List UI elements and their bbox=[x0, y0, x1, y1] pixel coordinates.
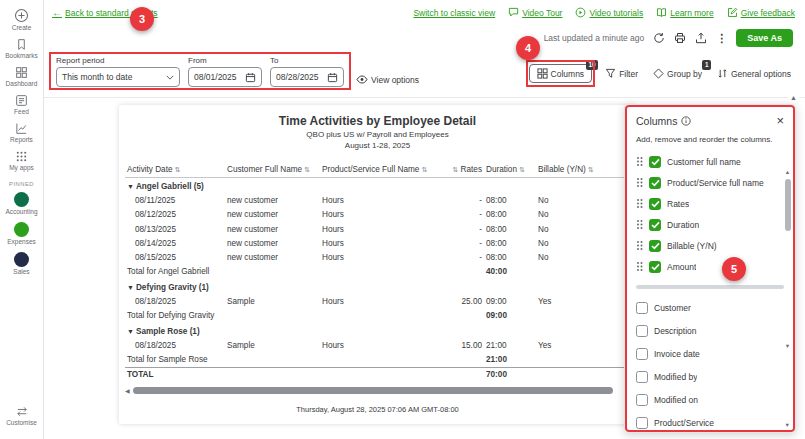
sidebar-item-accounting[interactable]: Accounting bbox=[5, 192, 37, 215]
sort-icon[interactable]: ⇅ bbox=[304, 166, 310, 173]
sidebar-item-my-apps[interactable]: My apps bbox=[5, 150, 38, 171]
feedback-icon bbox=[727, 7, 738, 18]
horizontal-scrollbar[interactable]: ◀ ▶ bbox=[125, 387, 630, 394]
from-date-input[interactable]: 08/01/2025 bbox=[188, 67, 262, 87]
column-header[interactable]: Product/Service Full Name ⇅ bbox=[320, 162, 440, 178]
group-by-button[interactable]: Group by 1 bbox=[651, 65, 704, 82]
export-icon[interactable] bbox=[695, 32, 707, 44]
sort-icon[interactable]: ⇅ bbox=[422, 166, 428, 173]
checkbox-unchecked[interactable] bbox=[636, 302, 648, 314]
scroll-down-icon[interactable]: ▼ bbox=[785, 422, 790, 428]
general-options-label: General options bbox=[731, 69, 791, 79]
collapse-chevron-icon[interactable]: ▼ bbox=[127, 284, 134, 291]
sidebar-item-expenses[interactable]: Expenses bbox=[5, 222, 37, 245]
sort-icon[interactable]: ⇅ bbox=[452, 166, 458, 173]
group-header-row[interactable]: ▼Sample Rose (1) bbox=[125, 323, 630, 339]
column-toggle-item[interactable]: Invoice date bbox=[636, 342, 784, 365]
calendar-icon[interactable] bbox=[245, 72, 256, 83]
table-row[interactable]: 08/13/2025new customerHours-08:00No bbox=[125, 222, 630, 236]
refresh-icon[interactable] bbox=[653, 32, 665, 44]
sidebar-item-create[interactable]: Create bbox=[5, 8, 38, 31]
columns-checked-list: Customer full nameProduct/Service full n… bbox=[636, 151, 784, 277]
filter-button[interactable]: Filter bbox=[603, 65, 640, 82]
collapse-header-chevron-icon[interactable]: ▲ bbox=[788, 94, 799, 101]
checkbox-unchecked[interactable] bbox=[636, 325, 648, 337]
checkbox-checked[interactable] bbox=[649, 261, 661, 273]
table-row[interactable]: 08/12/2025new customerHours-08:00No bbox=[125, 208, 630, 222]
column-toggle-item[interactable]: Billable (Y/N) bbox=[636, 235, 784, 256]
scroll-down-icon[interactable]: ▼ bbox=[785, 343, 790, 349]
columns-button[interactable]: Columns 10 bbox=[529, 64, 593, 83]
scroll-left-icon[interactable]: ◀ bbox=[125, 387, 130, 394]
checkbox-checked[interactable] bbox=[649, 240, 661, 252]
checkbox-unchecked[interactable] bbox=[636, 394, 648, 406]
collapse-chevron-icon[interactable]: ▼ bbox=[127, 328, 134, 335]
close-icon[interactable]: × bbox=[776, 114, 784, 127]
save-as-button[interactable]: Save As bbox=[736, 29, 793, 47]
columns-unchecked-list: CustomerDescriptionInvoice dateModified … bbox=[636, 296, 784, 433]
sidebar-item-label: Customise bbox=[6, 419, 37, 426]
column-toggle-item[interactable]: Customer full name bbox=[636, 151, 784, 172]
sidebar-item-dashboard[interactable]: Dashboard bbox=[5, 66, 38, 87]
table-row[interactable]: 08/18/2025SampleHours25.0009:00Yes bbox=[125, 294, 630, 308]
column-toggle-item[interactable]: Modified on bbox=[636, 388, 784, 411]
drag-handle-icon bbox=[636, 177, 643, 188]
to-date-input[interactable]: 08/28/2025 bbox=[270, 67, 344, 87]
column-header[interactable]: Duration ⇅ bbox=[484, 162, 536, 178]
sidebar-item-reports[interactable]: Reports bbox=[5, 122, 38, 143]
sidebar-item-customise[interactable]: Customise bbox=[6, 405, 37, 426]
column-toggle-item[interactable]: Modified by bbox=[636, 365, 784, 388]
topbar-link-video-tour[interactable]: Video Tour bbox=[508, 7, 562, 18]
column-header[interactable]: Customer Full Name ⇅ bbox=[225, 162, 320, 178]
column-toggle-item[interactable]: Description bbox=[636, 319, 784, 342]
info-icon[interactable] bbox=[681, 116, 691, 126]
view-options-label: View options bbox=[371, 75, 419, 85]
table-row[interactable]: 08/11/2025new customerHours-08:00No bbox=[125, 194, 630, 208]
report-toolbar: Last updated a minute ago ⋮ Save As bbox=[44, 25, 805, 51]
general-options-button[interactable]: General options bbox=[715, 65, 793, 82]
checkbox-checked[interactable] bbox=[649, 177, 661, 189]
topbar-link-give-feedback[interactable]: Give feedback bbox=[727, 7, 795, 18]
checkbox-unchecked[interactable] bbox=[636, 371, 648, 383]
checkbox-unchecked[interactable] bbox=[636, 417, 648, 429]
topbar-link-learn-more[interactable]: Learn more bbox=[656, 7, 713, 18]
calendar-icon[interactable] bbox=[327, 72, 338, 83]
columns-panel-divider bbox=[636, 285, 784, 289]
column-toggle-item[interactable]: Rates bbox=[636, 193, 784, 214]
column-header[interactable]: ⇅ Rates bbox=[440, 162, 484, 178]
report-period-select[interactable]: This month to date bbox=[56, 67, 180, 87]
sort-icon[interactable]: ⇅ bbox=[519, 166, 525, 173]
table-row[interactable]: 08/18/2025SampleHours15.0021:00Yes bbox=[125, 338, 630, 352]
panel-scrollbar[interactable]: ▲ ▼ bbox=[783, 169, 792, 349]
checkbox-checked[interactable] bbox=[649, 156, 661, 168]
column-toggle-item[interactable]: Product/Service bbox=[636, 411, 784, 433]
column-header[interactable]: Activity Date ⇅ bbox=[125, 162, 225, 178]
topbar-link-switch-to-classic-view[interactable]: Switch to classic view bbox=[413, 8, 495, 18]
print-icon[interactable] bbox=[674, 32, 686, 44]
panel-scrollbar-thumb[interactable] bbox=[785, 179, 791, 231]
more-options-icon[interactable]: ⋮ bbox=[716, 32, 727, 45]
checkbox-checked[interactable] bbox=[649, 198, 661, 210]
column-toggle-item[interactable]: Product/Service full name bbox=[636, 172, 784, 193]
sidebar-item-sales[interactable]: Sales bbox=[5, 252, 37, 275]
topbar-link-video-tutorials[interactable]: Video tutorials bbox=[575, 7, 643, 18]
column-header[interactable]: Billable (Y/N) ⇅ bbox=[536, 162, 630, 178]
column-toggle-item[interactable]: Duration bbox=[636, 214, 784, 235]
column-toggle-item[interactable]: Customer bbox=[636, 296, 784, 319]
view-options-button[interactable]: View options bbox=[356, 70, 419, 89]
sidebar-item-feed[interactable]: Feed bbox=[5, 94, 38, 115]
column-toggle-item[interactable]: Amount bbox=[636, 256, 784, 277]
sidebar-item-bookmarks[interactable]: Bookmarks bbox=[5, 38, 38, 59]
group-header-row[interactable]: ▼Defying Gravity (1) bbox=[125, 279, 630, 295]
group-header-row[interactable]: ▼Angel Gabriell (5) bbox=[125, 178, 630, 194]
checkbox-unchecked[interactable] bbox=[636, 348, 648, 360]
sort-icon[interactable]: ⇅ bbox=[175, 166, 181, 173]
group-total-row: Total for Sample Rose21:00 bbox=[125, 352, 630, 367]
sort-icon[interactable]: ⇅ bbox=[588, 166, 594, 173]
sidebar-item-label: Accounting bbox=[5, 208, 37, 215]
scrollbar-thumb[interactable] bbox=[133, 387, 613, 394]
table-row[interactable]: 08/14/2025new customerHours-08:00No bbox=[125, 236, 630, 250]
checkbox-checked[interactable] bbox=[649, 219, 661, 231]
collapse-chevron-icon[interactable]: ▼ bbox=[127, 183, 134, 190]
table-row[interactable]: 08/15/2025new customerHours-08:00No bbox=[125, 250, 630, 264]
